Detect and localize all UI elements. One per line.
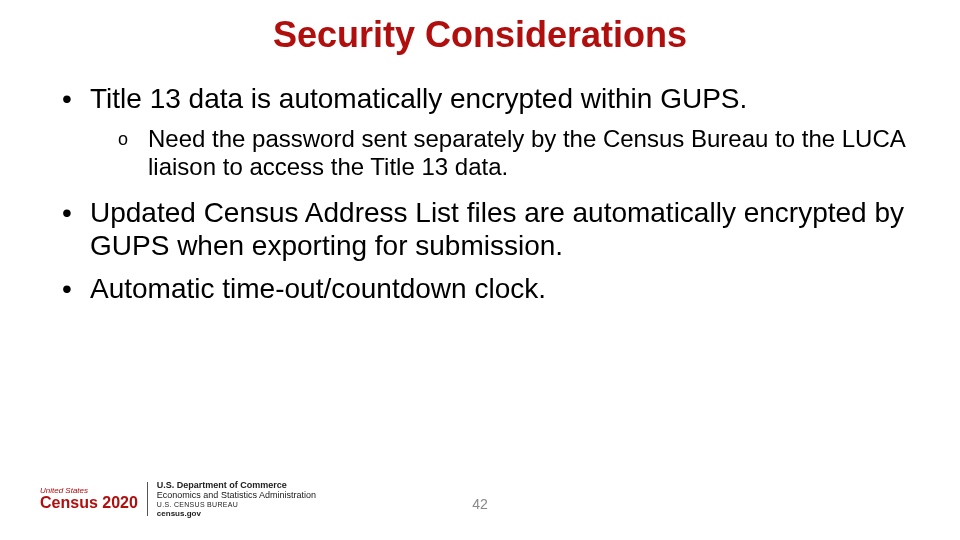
sub-bullet-text: Need the password sent separately by the… bbox=[148, 125, 912, 182]
bullet-text: Title 13 data is automatically encrypted… bbox=[90, 82, 912, 115]
bullet-marker-icon: • bbox=[62, 82, 90, 115]
dept-line1: U.S. Department of Commerce bbox=[157, 480, 316, 490]
sub-bullet-item-1: o Need the password sent separately by t… bbox=[118, 125, 912, 182]
page-number: 42 bbox=[0, 496, 960, 512]
slide: Security Considerations • Title 13 data … bbox=[0, 0, 960, 540]
slide-body: • Title 13 data is automatically encrypt… bbox=[62, 82, 912, 315]
sub-bullet-marker-icon: o bbox=[118, 125, 148, 182]
bullet-item-2: • Updated Census Address List files are … bbox=[62, 196, 912, 262]
bullet-text: Automatic time-out/countdown clock. bbox=[90, 272, 912, 305]
bullet-item-3: • Automatic time-out/countdown clock. bbox=[62, 272, 912, 305]
bullet-marker-icon: • bbox=[62, 196, 90, 262]
bullet-item-1: • Title 13 data is automatically encrypt… bbox=[62, 82, 912, 115]
bullet-marker-icon: • bbox=[62, 272, 90, 305]
slide-title: Security Considerations bbox=[0, 14, 960, 56]
bullet-text: Updated Census Address List files are au… bbox=[90, 196, 912, 262]
